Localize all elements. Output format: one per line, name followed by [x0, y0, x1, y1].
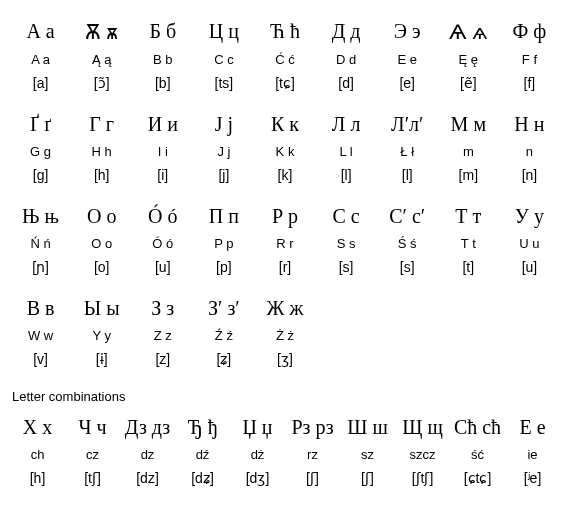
lat-cell: P p	[193, 232, 254, 255]
cyr-cell: У у	[499, 195, 560, 232]
cyr-cell	[499, 287, 560, 324]
lat-cell: n	[499, 140, 560, 163]
cyr-cell	[377, 287, 438, 324]
ipa-cell: [t]	[438, 255, 499, 281]
lat-cell: ch	[10, 443, 65, 466]
lat-cell: rz	[285, 443, 340, 466]
cyr-cell: С с	[316, 195, 377, 232]
ipa-cell	[316, 347, 377, 373]
letter-combinations-block: Х хЧ чДз дзЂ ђЏ џРз рзШ шЩ щСћ сћЕ еchcz…	[10, 406, 560, 492]
cyr-cell: Дз дз	[120, 406, 175, 443]
lat-cell: O o	[71, 232, 132, 255]
ipa-cell	[377, 347, 438, 373]
ipa-cell: [j]	[193, 163, 254, 189]
lat-cell: F f	[499, 48, 560, 71]
lat-cell: B b	[132, 48, 193, 71]
ipa-cell: [a]	[10, 71, 71, 97]
ipa-cell: [dʑ]	[175, 466, 230, 492]
cyr-cell: Рз рз	[285, 406, 340, 443]
ipa-cell	[438, 347, 499, 373]
cyr-cell: Ж ж	[254, 287, 315, 324]
ipa-cell: [s]	[316, 255, 377, 281]
cyr-cell: А а	[10, 10, 71, 48]
cyr-cell: Е е	[505, 406, 560, 443]
cyr-cell: З′ з′	[193, 287, 254, 324]
cyr-cell: Ђ ђ	[175, 406, 230, 443]
ipa-cell: [ʃ]	[285, 466, 340, 492]
cyr-cell: Н н	[499, 103, 560, 140]
cyr-cell: Д д	[316, 10, 377, 48]
cyr-cell: Ц ц	[193, 10, 254, 48]
cyr-cell: Х х	[10, 406, 65, 443]
cyr-cell: С′ с′	[377, 195, 438, 232]
lat-cell: Ż ż	[254, 324, 315, 347]
cyr-cell: Њ њ	[10, 195, 71, 232]
lat-cell: H h	[71, 140, 132, 163]
cyr-cell: Т т	[438, 195, 499, 232]
ipa-cell: [m]	[438, 163, 499, 189]
lat-cell: dź	[175, 443, 230, 466]
cyr-cell: Л′л′	[377, 103, 438, 140]
cyr-cell: З з	[132, 287, 193, 324]
alphabet-grid: Њ њО оÓ óП пР рС сС′ с′Т тУ уŃ ńO oÓ óP …	[10, 195, 560, 281]
ipa-cell: [h]	[10, 466, 65, 492]
lat-cell: Ś ś	[377, 232, 438, 255]
lat-cell: Ć ć	[254, 48, 315, 71]
cyr-cell: Ј ј	[193, 103, 254, 140]
ipa-cell: [s]	[377, 255, 438, 281]
ipa-cell: [f]	[499, 71, 560, 97]
lat-cell: E e	[377, 48, 438, 71]
cyr-cell: Ф ф	[499, 10, 560, 48]
lat-cell: U u	[499, 232, 560, 255]
lat-cell: L l	[316, 140, 377, 163]
lat-cell: ść	[450, 443, 505, 466]
lat-cell: K k	[254, 140, 315, 163]
alphabet-grid: А аѪ ѫБ бЦ цЋ ћД дЭ эѦ ѧФ фA aĄ ąB bC cĆ…	[10, 10, 560, 97]
lat-cell: R r	[254, 232, 315, 255]
cyr-cell: Б б	[132, 10, 193, 48]
ipa-cell: [ɲ]	[10, 255, 71, 281]
lat-cell: Ń ń	[10, 232, 71, 255]
ipa-cell: [i]	[132, 163, 193, 189]
cyr-cell: Ó ó	[132, 195, 193, 232]
cyr-cell: Ш ш	[340, 406, 395, 443]
ipa-cell: [z]	[132, 347, 193, 373]
letter-combinations-label: Letter combinations	[12, 389, 560, 404]
lat-cell: Z z	[132, 324, 193, 347]
cyr-cell: Ћ ћ	[254, 10, 315, 48]
ipa-cell: [ʒ]	[254, 347, 315, 373]
ipa-cell: [k]	[254, 163, 315, 189]
ipa-cell: [ʃtʃ]	[395, 466, 450, 492]
ipa-cell: [l]	[316, 163, 377, 189]
ipa-cell: [tɕ]	[254, 71, 315, 97]
lat-cell: m	[438, 140, 499, 163]
alphabet-blocks: А аѪ ѫБ бЦ цЋ ћД дЭ эѦ ѧФ фA aĄ ąB bC cĆ…	[10, 10, 560, 373]
ipa-cell: [p]	[193, 255, 254, 281]
lat-cell: J j	[193, 140, 254, 163]
lat-cell: dż	[230, 443, 285, 466]
lat-cell: W w	[10, 324, 71, 347]
ipa-cell: [n]	[499, 163, 560, 189]
cyr-cell	[438, 287, 499, 324]
lat-cell: Ę ę	[438, 48, 499, 71]
ipa-cell: [g]	[10, 163, 71, 189]
lat-cell	[377, 324, 438, 347]
cyr-cell: И и	[132, 103, 193, 140]
cyr-cell: Ч ч	[65, 406, 120, 443]
cyr-cell: Г г	[71, 103, 132, 140]
ipa-cell: [e]	[377, 71, 438, 97]
ipa-cell: [o]	[71, 255, 132, 281]
ipa-cell: [ɕtɕ]	[450, 466, 505, 492]
ipa-cell: [h]	[71, 163, 132, 189]
ipa-cell: [ẽ]	[438, 71, 499, 97]
ipa-cell: [u]	[132, 255, 193, 281]
lat-cell: ie	[505, 443, 560, 466]
lat-cell: Y y	[71, 324, 132, 347]
lat-cell: S s	[316, 232, 377, 255]
ipa-cell: [d]	[316, 71, 377, 97]
alphabet-grid: Ґ ґГ гИ иЈ јК кЛ лЛ′л′М мН нG gH hI iJ j…	[10, 103, 560, 189]
alphabet-grid: В вЫ ыЗ зЗ′ з′Ж жW wY yZ zŹ źŻ ż[v][ɨ][z…	[10, 287, 560, 373]
ipa-cell: [u]	[499, 255, 560, 281]
cyr-cell: Щ щ	[395, 406, 450, 443]
cyr-cell: К к	[254, 103, 315, 140]
